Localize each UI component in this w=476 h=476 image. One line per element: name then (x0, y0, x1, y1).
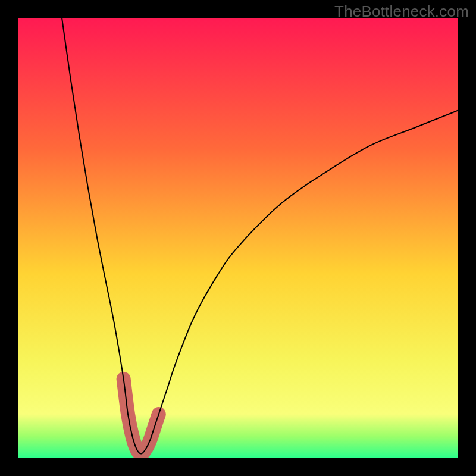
gradient-background (18, 18, 458, 458)
bottleneck-chart (18, 18, 458, 458)
plot-area (18, 18, 458, 458)
chart-frame: TheBottleneck.com (0, 0, 476, 476)
